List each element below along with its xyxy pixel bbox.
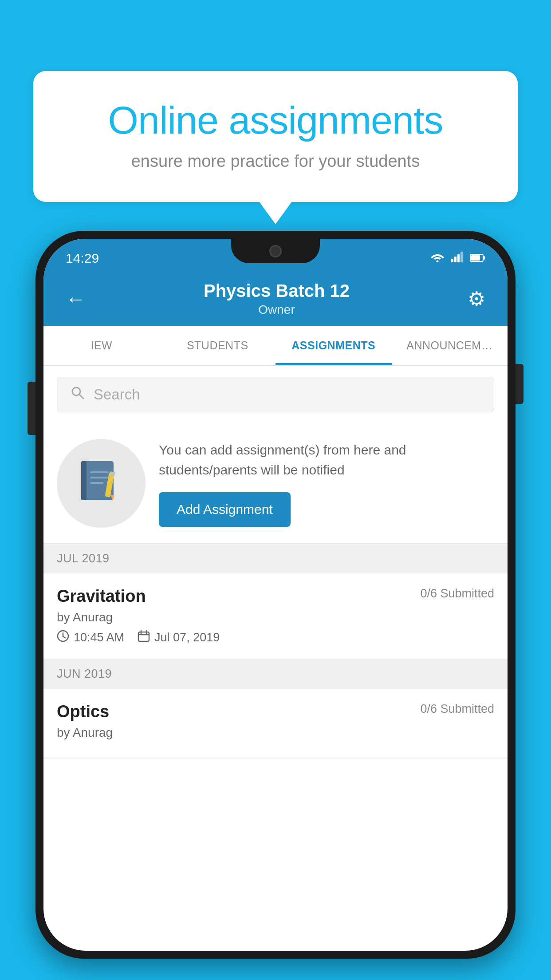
assignment-date: Jul 07, 2019	[138, 630, 220, 645]
tab-iew[interactable]: IEW	[43, 326, 160, 365]
signal-icon	[451, 251, 464, 265]
assignment-date-value: Jul 07, 2019	[154, 631, 220, 644]
assignment-item-optics[interactable]: Optics 0/6 Submitted by Anurag	[43, 689, 508, 759]
assignment-meta-gravitation: 10:45 AM Jul 07, 201	[57, 630, 494, 645]
speech-bubble: Online assignments ensure more practice …	[33, 71, 518, 202]
phone-screen: 14:29	[43, 239, 508, 951]
svg-point-0	[437, 261, 439, 263]
speech-bubble-container: Online assignments ensure more practice …	[33, 71, 518, 202]
svg-rect-6	[483, 256, 485, 260]
promo-icon-circle	[57, 439, 146, 528]
assignment-submitted-gravitation: 0/6 Submitted	[420, 587, 494, 601]
search-bar[interactable]: Search	[57, 377, 494, 412]
speech-bubble-title: Online assignments	[69, 98, 482, 143]
svg-rect-2	[454, 257, 457, 262]
svg-rect-13	[90, 477, 109, 478]
tab-iew-label: IEW	[91, 339, 112, 352]
section-jul-label: JUL 2019	[57, 552, 110, 565]
status-time: 14:29	[66, 251, 99, 266]
settings-icon[interactable]: ⚙	[468, 287, 485, 311]
section-jun-2019: JUN 2019	[43, 659, 508, 689]
header-title: Physics Batch 12	[204, 281, 350, 301]
tabs-bar: IEW STUDENTS ASSIGNMENTS ANNOUNCEM…	[43, 326, 508, 366]
svg-rect-3	[457, 254, 460, 262]
svg-rect-12	[90, 471, 109, 473]
assignment-by-gravitation: by Anurag	[57, 610, 494, 624]
notch	[231, 239, 320, 263]
svg-rect-21	[138, 632, 149, 641]
tab-announcements-label: ANNOUNCEM…	[406, 339, 492, 352]
promo-section: You can add assignment(s) from here and …	[43, 423, 508, 544]
phone-wrapper: 14:29	[35, 231, 516, 980]
assignment-time-value: 10:45 AM	[74, 631, 124, 644]
assignment-name-optics: Optics	[57, 702, 109, 721]
assignment-item-gravitation[interactable]: Gravitation 0/6 Submitted by Anurag	[43, 573, 508, 659]
back-button[interactable]: ←	[66, 288, 86, 311]
svg-rect-7	[471, 255, 480, 261]
phone-outer: 14:29	[35, 231, 516, 959]
add-assignment-button[interactable]: Add Assignment	[159, 492, 291, 527]
header-title-group: Physics Batch 12 Owner	[204, 281, 350, 317]
assignment-submitted-optics: 0/6 Submitted	[420, 702, 494, 716]
tab-students-label: STUDENTS	[187, 339, 248, 352]
svg-rect-4	[460, 252, 463, 262]
camera-dot	[269, 245, 282, 257]
header-subtitle: Owner	[204, 303, 350, 317]
clock-icon	[57, 630, 69, 645]
screen-content: 14:29	[43, 239, 508, 951]
tab-assignments-label: ASSIGNMENTS	[291, 339, 375, 352]
status-icons	[430, 251, 485, 265]
search-placeholder: Search	[94, 386, 140, 403]
svg-rect-1	[451, 259, 453, 262]
svg-line-9	[79, 395, 83, 399]
assignment-row-top: Gravitation 0/6 Submitted	[57, 587, 494, 606]
svg-rect-14	[90, 482, 103, 484]
assignment-time: 10:45 AM	[57, 630, 124, 645]
speech-bubble-subtitle: ensure more practice for your students	[69, 152, 482, 171]
assignment-name-gravitation: Gravitation	[57, 587, 146, 606]
section-jul-2019: JUL 2019	[43, 544, 508, 573]
assignment-row-top-optics: Optics 0/6 Submitted	[57, 702, 494, 721]
tab-assignments[interactable]: ASSIGNMENTS	[276, 326, 392, 365]
search-icon	[71, 386, 85, 403]
calendar-icon	[138, 630, 150, 645]
app-header: ← Physics Batch 12 Owner ⚙	[43, 270, 508, 326]
section-jun-label: JUN 2019	[57, 667, 112, 680]
assignment-by-optics: by Anurag	[57, 726, 494, 740]
search-container: Search	[43, 366, 508, 423]
promo-content: You can add assignment(s) from here and …	[159, 440, 494, 527]
battery-icon	[470, 251, 485, 265]
svg-rect-11	[81, 461, 87, 500]
tab-announcements[interactable]: ANNOUNCEM…	[392, 326, 508, 365]
svg-line-20	[63, 636, 65, 638]
tab-students[interactable]: STUDENTS	[160, 326, 276, 365]
wifi-icon	[430, 251, 445, 265]
promo-description: You can add assignment(s) from here and …	[159, 440, 494, 480]
